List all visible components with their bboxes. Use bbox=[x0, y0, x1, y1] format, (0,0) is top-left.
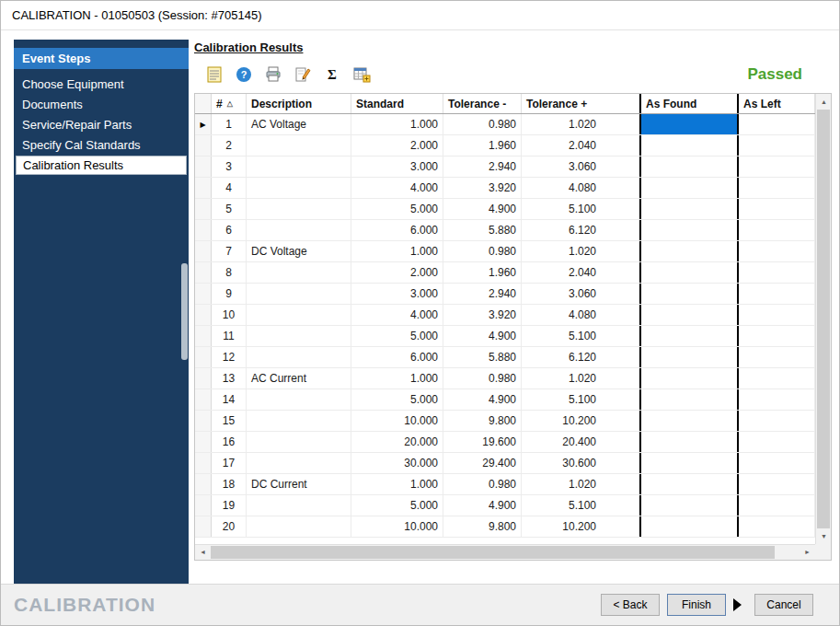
cell-num[interactable]: 6 bbox=[212, 220, 247, 240]
cell-as-found[interactable] bbox=[639, 411, 739, 431]
cell-standard[interactable]: 10.000 bbox=[351, 411, 443, 431]
cell-tol-plus[interactable]: 2.040 bbox=[522, 135, 639, 156]
cell-as-left[interactable] bbox=[739, 241, 815, 261]
cell-tol-minus[interactable]: 9.800 bbox=[443, 516, 522, 537]
scroll-right-icon[interactable]: ► bbox=[800, 545, 815, 561]
row-selector[interactable] bbox=[195, 474, 212, 494]
cell-standard[interactable]: 5.000 bbox=[351, 389, 443, 410]
column-header-col[interactable]: #△ bbox=[212, 94, 247, 113]
cell-as-found[interactable] bbox=[639, 474, 739, 494]
row-selector[interactable] bbox=[195, 453, 212, 473]
cell-tol-plus[interactable]: 6.120 bbox=[522, 347, 639, 367]
row-selector[interactable] bbox=[195, 199, 212, 219]
help-button[interactable]: ? bbox=[231, 63, 256, 86]
cell-tol-minus[interactable]: 0.980 bbox=[443, 474, 522, 494]
sidebar-item-choose-equipment[interactable]: Choose Equipment bbox=[14, 75, 189, 94]
cell-tol-minus[interactable]: 19.600 bbox=[443, 432, 522, 452]
grid-export-button[interactable] bbox=[349, 63, 374, 86]
row-selector[interactable] bbox=[195, 135, 212, 156]
flyout-arrow-icon[interactable] bbox=[733, 598, 742, 611]
cell-description[interactable] bbox=[247, 284, 351, 304]
cell-tol-minus[interactable]: 0.980 bbox=[443, 368, 522, 388]
cell-as-left[interactable] bbox=[739, 135, 815, 156]
sidebar-item-service-repair-parts[interactable]: Service/Repair Parts bbox=[14, 115, 189, 134]
vertical-scrollbar-thumb[interactable] bbox=[817, 110, 830, 528]
cell-as-found[interactable] bbox=[639, 156, 739, 177]
cell-standard[interactable]: 4.000 bbox=[351, 305, 443, 325]
cell-num[interactable]: 18 bbox=[212, 474, 247, 494]
cell-tol-minus[interactable]: 0.980 bbox=[443, 114, 522, 134]
cell-num[interactable]: 4 bbox=[212, 178, 247, 198]
cell-num[interactable]: 16 bbox=[212, 432, 247, 452]
cell-as-found[interactable] bbox=[639, 135, 739, 156]
cell-tol-minus[interactable]: 9.800 bbox=[443, 411, 522, 431]
cell-description[interactable] bbox=[247, 453, 351, 473]
row-selector[interactable] bbox=[195, 411, 212, 431]
cell-standard[interactable]: 1.000 bbox=[351, 368, 443, 388]
cell-description[interactable] bbox=[247, 432, 351, 452]
cell-description[interactable] bbox=[247, 495, 351, 516]
cell-description[interactable]: DC Current bbox=[247, 474, 351, 494]
cell-num[interactable]: 8 bbox=[212, 262, 247, 283]
cell-tol-plus[interactable]: 1.020 bbox=[522, 474, 639, 494]
cell-as-left[interactable] bbox=[739, 474, 815, 494]
cell-description[interactable] bbox=[247, 135, 351, 156]
cell-standard[interactable]: 5.000 bbox=[351, 199, 443, 219]
cell-description[interactable]: DC Voltage bbox=[247, 241, 351, 261]
cell-as-found[interactable] bbox=[639, 262, 739, 283]
cell-num[interactable]: 13 bbox=[212, 368, 247, 388]
cell-tol-plus[interactable]: 5.100 bbox=[522, 495, 639, 516]
cell-standard[interactable]: 6.000 bbox=[351, 220, 443, 240]
horizontal-scrollbar[interactable]: ◄ ► bbox=[195, 544, 815, 560]
cell-standard[interactable]: 4.000 bbox=[351, 178, 443, 198]
cell-standard[interactable]: 10.000 bbox=[351, 516, 443, 537]
column-header-as-left[interactable]: As Left bbox=[739, 94, 815, 113]
cell-as-found[interactable] bbox=[639, 495, 739, 516]
cell-as-left[interactable] bbox=[739, 432, 815, 452]
row-selector[interactable] bbox=[195, 284, 212, 304]
cell-num[interactable]: 3 bbox=[212, 156, 247, 177]
sum-button[interactable]: Σ bbox=[319, 63, 344, 86]
cell-as-left[interactable] bbox=[739, 368, 815, 388]
cell-as-left[interactable] bbox=[739, 220, 815, 240]
cell-tol-plus[interactable]: 5.100 bbox=[522, 326, 639, 346]
cell-standard[interactable]: 5.000 bbox=[351, 495, 443, 516]
cell-as-found[interactable] bbox=[639, 284, 739, 304]
cell-standard[interactable]: 1.000 bbox=[351, 474, 443, 494]
scroll-down-icon[interactable]: ▼ bbox=[816, 528, 832, 544]
cell-tol-plus[interactable]: 10.200 bbox=[522, 411, 639, 431]
cell-as-found[interactable] bbox=[639, 453, 739, 473]
cell-as-left[interactable] bbox=[739, 326, 815, 346]
cell-description[interactable]: AC Voltage bbox=[247, 114, 351, 134]
cell-as-found[interactable] bbox=[639, 199, 739, 219]
cell-as-left[interactable] bbox=[739, 178, 815, 198]
cell-tol-plus[interactable]: 3.060 bbox=[522, 284, 639, 304]
cell-num[interactable]: 20 bbox=[212, 516, 247, 537]
cell-standard[interactable]: 5.000 bbox=[351, 326, 443, 346]
cell-description[interactable] bbox=[247, 305, 351, 325]
cell-tol-plus[interactable]: 1.020 bbox=[522, 368, 639, 388]
cell-num[interactable]: 14 bbox=[212, 389, 247, 410]
row-selector[interactable] bbox=[195, 368, 212, 388]
cell-description[interactable] bbox=[247, 389, 351, 410]
row-selector[interactable] bbox=[195, 347, 212, 367]
cell-description[interactable]: AC Current bbox=[247, 368, 351, 388]
cell-as-left[interactable] bbox=[739, 114, 815, 134]
cell-tol-minus[interactable]: 1.960 bbox=[443, 262, 522, 283]
cell-tol-plus[interactable]: 1.020 bbox=[522, 114, 639, 134]
cell-standard[interactable]: 20.000 bbox=[351, 432, 443, 452]
cell-as-left[interactable] bbox=[739, 284, 815, 304]
scroll-left-icon[interactable]: ◄ bbox=[195, 545, 211, 561]
sidebar-item-specify-cal-standards[interactable]: Specify Cal Standards bbox=[14, 135, 189, 155]
row-selector[interactable] bbox=[195, 495, 212, 516]
cell-as-found[interactable] bbox=[639, 432, 739, 452]
cell-tol-minus[interactable]: 5.880 bbox=[443, 347, 522, 367]
cell-as-found[interactable] bbox=[639, 389, 739, 410]
cell-as-left[interactable] bbox=[739, 389, 815, 410]
cell-description[interactable] bbox=[247, 326, 351, 346]
cell-tol-minus[interactable]: 5.880 bbox=[443, 220, 522, 240]
cell-description[interactable] bbox=[247, 220, 351, 240]
sidebar-scrollbar-thumb[interactable] bbox=[181, 263, 188, 360]
cell-standard[interactable]: 1.000 bbox=[351, 114, 443, 134]
cell-description[interactable] bbox=[247, 178, 351, 198]
